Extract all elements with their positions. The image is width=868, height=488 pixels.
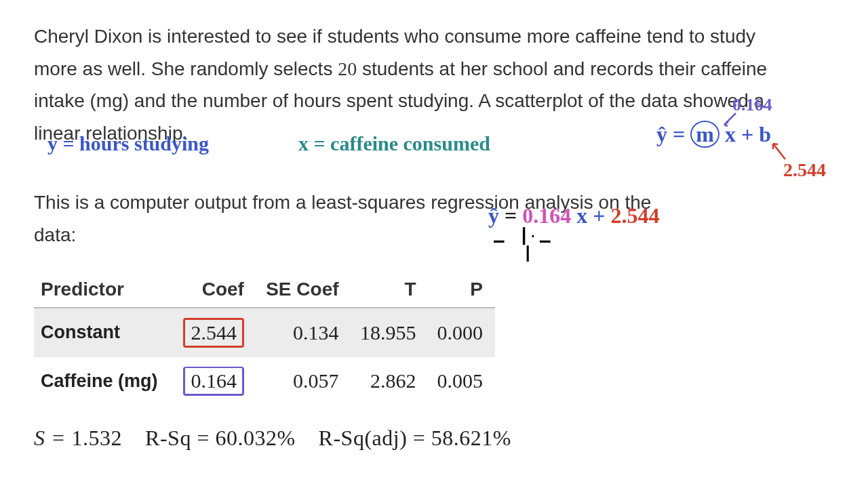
t-caffeine: 2.862: [351, 357, 429, 405]
problem-paragraph-1: Cheryl Dixon is interested to see if stu…: [34, 20, 793, 149]
coef-constant-value: 2.544: [183, 318, 244, 348]
sample-size: 20: [338, 58, 357, 79]
col-p: P: [428, 272, 495, 308]
col-predictor: Predictor: [34, 272, 174, 308]
p-constant: 0.000: [428, 308, 495, 357]
col-t: T: [351, 272, 429, 308]
rsqa-label: R-Sq(adj) =: [319, 426, 431, 450]
predictor-caffeine: Caffeine (mg): [34, 357, 174, 405]
s-label: S =: [34, 426, 72, 450]
rsq-value: 60.032%: [215, 426, 295, 450]
se-caffeine: 0.057: [256, 357, 351, 405]
col-se-coef: SE Coef: [256, 272, 351, 308]
coef-constant: 2.544: [174, 308, 256, 357]
predictor-constant: Constant: [34, 308, 174, 357]
se-constant: 0.134: [256, 308, 351, 357]
table-row: Constant 2.544 0.134 18.955 0.000: [34, 308, 495, 357]
coef-caffeine: 0.164: [174, 357, 256, 405]
p-caffeine: 0.005: [428, 357, 495, 405]
regression-summary-stats: S = 1.532 R-Sq = 60.032% R-Sq(adj) = 58.…: [34, 426, 834, 451]
rsqa-value: 58.621%: [431, 426, 511, 450]
t-constant: 18.955: [351, 308, 429, 357]
s-value: 1.532: [72, 426, 123, 450]
rsq-label: R-Sq =: [145, 426, 215, 450]
regression-table: Predictor Coef SE Coef T P Constant 2.54…: [34, 272, 495, 405]
problem-paragraph-2: This is a computer output from a least-s…: [34, 186, 685, 251]
col-coef: Coef: [174, 272, 256, 308]
table-row: Caffeine (mg) 0.164 0.057 2.862 0.005: [34, 357, 495, 405]
coef-caffeine-value: 0.164: [183, 367, 244, 396]
